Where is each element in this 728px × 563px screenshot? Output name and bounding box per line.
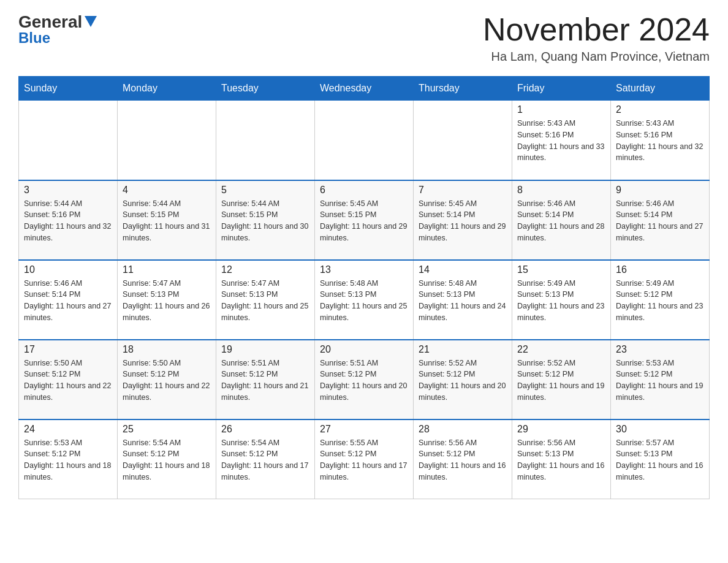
calendar-week-row: 17Sunrise: 5:50 AM Sunset: 5:12 PM Dayli… xyxy=(19,340,710,419)
header-tuesday: Tuesday xyxy=(216,77,315,101)
day-info: Sunrise: 5:47 AM Sunset: 5:13 PM Dayligh… xyxy=(221,278,309,324)
day-info: Sunrise: 5:49 AM Sunset: 5:12 PM Dayligh… xyxy=(616,278,704,324)
day-info: Sunrise: 5:52 AM Sunset: 5:12 PM Dayligh… xyxy=(517,358,605,404)
table-row: 30Sunrise: 5:57 AM Sunset: 5:13 PM Dayli… xyxy=(611,419,710,499)
day-info: Sunrise: 5:48 AM Sunset: 5:13 PM Dayligh… xyxy=(320,278,408,324)
table-row: 1Sunrise: 5:43 AM Sunset: 5:16 PM Daylig… xyxy=(512,101,611,180)
table-row: 26Sunrise: 5:54 AM Sunset: 5:12 PM Dayli… xyxy=(216,419,315,499)
day-number: 15 xyxy=(517,264,605,275)
table-row: 24Sunrise: 5:53 AM Sunset: 5:12 PM Dayli… xyxy=(19,419,118,499)
table-row: 3Sunrise: 5:44 AM Sunset: 5:16 PM Daylig… xyxy=(19,180,118,260)
day-number: 28 xyxy=(419,424,507,435)
day-number: 21 xyxy=(419,344,507,355)
table-row: 18Sunrise: 5:50 AM Sunset: 5:12 PM Dayli… xyxy=(118,340,216,419)
day-number: 13 xyxy=(320,264,408,275)
day-number: 5 xyxy=(221,185,309,196)
table-row xyxy=(118,101,216,180)
table-row: 8Sunrise: 5:46 AM Sunset: 5:14 PM Daylig… xyxy=(512,180,611,260)
day-info: Sunrise: 5:51 AM Sunset: 5:12 PM Dayligh… xyxy=(221,358,309,404)
table-row: 27Sunrise: 5:55 AM Sunset: 5:12 PM Dayli… xyxy=(315,419,414,499)
table-row: 20Sunrise: 5:51 AM Sunset: 5:12 PM Dayli… xyxy=(315,340,414,419)
table-row xyxy=(19,101,118,180)
table-row: 6Sunrise: 5:45 AM Sunset: 5:15 PM Daylig… xyxy=(315,180,414,260)
logo-blue: Blue xyxy=(18,29,50,47)
table-row: 17Sunrise: 5:50 AM Sunset: 5:12 PM Dayli… xyxy=(19,340,118,419)
day-number: 27 xyxy=(320,424,408,435)
table-row: 21Sunrise: 5:52 AM Sunset: 5:12 PM Dayli… xyxy=(414,340,512,419)
day-number: 24 xyxy=(24,424,112,435)
day-number: 8 xyxy=(517,185,605,196)
day-number: 23 xyxy=(616,344,704,355)
calendar-week-row: 10Sunrise: 5:46 AM Sunset: 5:14 PM Dayli… xyxy=(19,260,710,340)
day-number: 25 xyxy=(123,424,211,435)
header-wednesday: Wednesday xyxy=(315,77,414,101)
day-info: Sunrise: 5:49 AM Sunset: 5:13 PM Dayligh… xyxy=(517,278,605,324)
table-row: 5Sunrise: 5:44 AM Sunset: 5:15 PM Daylig… xyxy=(216,180,315,260)
table-row: 19Sunrise: 5:51 AM Sunset: 5:12 PM Dayli… xyxy=(216,340,315,419)
day-number: 19 xyxy=(221,344,309,355)
table-row xyxy=(414,101,512,180)
table-row xyxy=(315,101,414,180)
header-friday: Friday xyxy=(512,77,611,101)
header-saturday: Saturday xyxy=(611,77,710,101)
day-number: 6 xyxy=(320,185,408,196)
day-number: 18 xyxy=(123,344,211,355)
day-number: 3 xyxy=(24,185,112,196)
table-row xyxy=(216,101,315,180)
day-info: Sunrise: 5:46 AM Sunset: 5:14 PM Dayligh… xyxy=(24,278,112,324)
day-number: 2 xyxy=(616,104,704,115)
page-header: General Blue November 2024 Ha Lam, Quang… xyxy=(18,12,710,64)
day-info: Sunrise: 5:47 AM Sunset: 5:13 PM Dayligh… xyxy=(123,278,211,324)
header-sunday: Sunday xyxy=(19,77,118,101)
title-section: November 2024 Ha Lam, Quang Nam Province… xyxy=(483,12,710,64)
table-row: 9Sunrise: 5:46 AM Sunset: 5:14 PM Daylig… xyxy=(611,180,710,260)
day-number: 1 xyxy=(517,104,605,115)
table-row: 16Sunrise: 5:49 AM Sunset: 5:12 PM Dayli… xyxy=(611,260,710,340)
table-row: 15Sunrise: 5:49 AM Sunset: 5:13 PM Dayli… xyxy=(512,260,611,340)
day-info: Sunrise: 5:54 AM Sunset: 5:12 PM Dayligh… xyxy=(221,437,309,483)
table-row: 23Sunrise: 5:53 AM Sunset: 5:12 PM Dayli… xyxy=(611,340,710,419)
day-info: Sunrise: 5:52 AM Sunset: 5:12 PM Dayligh… xyxy=(419,358,507,404)
calendar-week-row: 1Sunrise: 5:43 AM Sunset: 5:16 PM Daylig… xyxy=(19,101,710,180)
month-title: November 2024 xyxy=(483,12,710,47)
day-info: Sunrise: 5:55 AM Sunset: 5:12 PM Dayligh… xyxy=(320,437,408,483)
table-row: 25Sunrise: 5:54 AM Sunset: 5:12 PM Dayli… xyxy=(118,419,216,499)
table-row: 10Sunrise: 5:46 AM Sunset: 5:14 PM Dayli… xyxy=(19,260,118,340)
calendar-table: Sunday Monday Tuesday Wednesday Thursday… xyxy=(18,76,710,499)
header-monday: Monday xyxy=(118,77,216,101)
table-row: 13Sunrise: 5:48 AM Sunset: 5:13 PM Dayli… xyxy=(315,260,414,340)
day-info: Sunrise: 5:44 AM Sunset: 5:16 PM Dayligh… xyxy=(24,198,112,244)
day-number: 7 xyxy=(419,185,507,196)
header-thursday: Thursday xyxy=(414,77,512,101)
table-row: 2Sunrise: 5:43 AM Sunset: 5:16 PM Daylig… xyxy=(611,101,710,180)
day-info: Sunrise: 5:43 AM Sunset: 5:16 PM Dayligh… xyxy=(517,118,605,164)
day-number: 10 xyxy=(24,264,112,275)
table-row: 11Sunrise: 5:47 AM Sunset: 5:13 PM Dayli… xyxy=(118,260,216,340)
table-row: 28Sunrise: 5:56 AM Sunset: 5:12 PM Dayli… xyxy=(414,419,512,499)
calendar-week-row: 24Sunrise: 5:53 AM Sunset: 5:12 PM Dayli… xyxy=(19,419,710,499)
day-info: Sunrise: 5:56 AM Sunset: 5:13 PM Dayligh… xyxy=(517,437,605,483)
day-info: Sunrise: 5:44 AM Sunset: 5:15 PM Dayligh… xyxy=(123,198,211,244)
table-row: 12Sunrise: 5:47 AM Sunset: 5:13 PM Dayli… xyxy=(216,260,315,340)
day-info: Sunrise: 5:57 AM Sunset: 5:13 PM Dayligh… xyxy=(616,437,704,483)
day-number: 12 xyxy=(221,264,309,275)
day-number: 14 xyxy=(419,264,507,275)
day-info: Sunrise: 5:53 AM Sunset: 5:12 PM Dayligh… xyxy=(616,358,704,404)
table-row: 14Sunrise: 5:48 AM Sunset: 5:13 PM Dayli… xyxy=(414,260,512,340)
day-info: Sunrise: 5:45 AM Sunset: 5:14 PM Dayligh… xyxy=(419,198,507,244)
logo-triangle-icon xyxy=(85,16,97,27)
day-info: Sunrise: 5:43 AM Sunset: 5:16 PM Dayligh… xyxy=(616,118,704,164)
day-info: Sunrise: 5:50 AM Sunset: 5:12 PM Dayligh… xyxy=(24,358,112,404)
day-info: Sunrise: 5:56 AM Sunset: 5:12 PM Dayligh… xyxy=(419,437,507,483)
day-info: Sunrise: 5:48 AM Sunset: 5:13 PM Dayligh… xyxy=(419,278,507,324)
day-number: 4 xyxy=(123,185,211,196)
day-number: 22 xyxy=(517,344,605,355)
day-number: 17 xyxy=(24,344,112,355)
day-number: 26 xyxy=(221,424,309,435)
day-info: Sunrise: 5:46 AM Sunset: 5:14 PM Dayligh… xyxy=(517,198,605,244)
day-info: Sunrise: 5:53 AM Sunset: 5:12 PM Dayligh… xyxy=(24,437,112,483)
table-row: 4Sunrise: 5:44 AM Sunset: 5:15 PM Daylig… xyxy=(118,180,216,260)
logo: General Blue xyxy=(18,12,97,47)
day-number: 30 xyxy=(616,424,704,435)
day-info: Sunrise: 5:50 AM Sunset: 5:12 PM Dayligh… xyxy=(123,358,211,404)
